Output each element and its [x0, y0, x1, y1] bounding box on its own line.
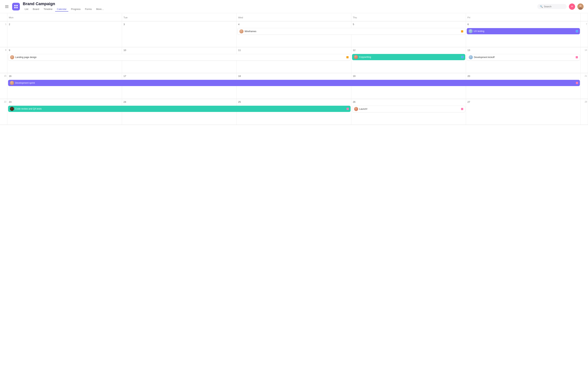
day-cell-13[interactable]: 13	[466, 47, 581, 73]
day-num-24: 24	[122, 100, 236, 104]
day-num-19: 19	[351, 75, 466, 79]
day-num-26: 26	[351, 100, 466, 104]
day-num-13: 13	[466, 49, 580, 53]
day-cell-23[interactable]: 23	[7, 99, 122, 125]
hamburger-button[interactable]	[4, 5, 9, 9]
app-container: Brand Campaign List Board Timeline Calen…	[0, 0, 588, 125]
day-cell-6[interactable]: 6	[466, 21, 581, 47]
week-num-3: 15	[0, 73, 7, 99]
tab-board[interactable]: Board	[31, 7, 41, 12]
week-2: 8 9 10 11 12 13 14	[0, 47, 588, 73]
day-cell-10[interactable]: 10	[122, 47, 237, 73]
search-icon: 🔍	[540, 5, 543, 8]
svg-rect-1	[16, 5, 18, 6]
week-num-1: 1	[0, 21, 7, 47]
calendar: Mon Tue Wed Thu Fri 1 2 3 4 5	[0, 13, 588, 125]
week-end-4: 28	[581, 99, 588, 125]
tab-calendar[interactable]: Calendar	[55, 7, 69, 12]
day-num-27: 27	[466, 100, 580, 104]
week-end-1: 7	[581, 21, 588, 47]
day-cell-26[interactable]: 26	[351, 99, 466, 125]
avatar	[577, 3, 584, 10]
day-cell-5[interactable]: 5	[351, 21, 466, 47]
day-cell-9[interactable]: 9	[7, 47, 122, 73]
header-wed: Wed	[237, 13, 351, 21]
day-num-23: 23	[7, 100, 122, 104]
tab-more[interactable]: More…	[94, 7, 106, 12]
project-title: Brand Campaign	[23, 1, 534, 6]
day-cell-18[interactable]: 18	[237, 73, 351, 99]
search-box[interactable]: 🔍	[537, 4, 567, 9]
tab-progress[interactable]: Progress	[69, 7, 82, 12]
week-end-3: 21	[581, 73, 588, 99]
day-cell-16[interactable]: 16	[7, 73, 122, 99]
week-num-2: 8	[0, 47, 7, 73]
search-input[interactable]	[544, 5, 564, 8]
day-num-12: 12	[351, 49, 466, 53]
header-fri: Fri	[466, 13, 581, 21]
day-cell-25[interactable]: 25	[237, 99, 351, 125]
header-empty-left	[0, 13, 7, 21]
add-button[interactable]: +	[569, 3, 575, 10]
header-empty-right	[581, 13, 588, 21]
day-num-17: 17	[122, 75, 236, 79]
header-tue: Tue	[122, 13, 237, 21]
day-num-25: 25	[237, 100, 351, 104]
day-num-9: 9	[7, 49, 122, 53]
week-end-2: 14	[581, 47, 588, 73]
app-icon	[12, 3, 20, 10]
day-cell-2[interactable]: 2	[7, 21, 122, 47]
day-cell-4[interactable]: 4	[237, 21, 351, 47]
day-num-18: 18	[237, 75, 351, 79]
svg-point-5	[579, 5, 582, 7]
day-cell-27[interactable]: 27	[466, 99, 581, 125]
week-3: 15 16 17 18 19 20 21	[0, 73, 588, 99]
day-headers: Mon Tue Wed Thu Fri	[0, 13, 588, 21]
svg-rect-3	[16, 7, 18, 8]
day-num-11: 11	[237, 49, 351, 53]
tab-list[interactable]: List	[23, 7, 30, 12]
svg-rect-0	[14, 5, 16, 6]
day-num-4: 4	[237, 23, 351, 27]
day-cell-3[interactable]: 3	[122, 21, 237, 47]
day-cell-19[interactable]: 19	[351, 73, 466, 99]
day-cell-17[interactable]: 17	[122, 73, 237, 99]
day-num-2: 2	[7, 23, 122, 27]
svg-rect-2	[14, 7, 16, 8]
header-right: 🔍 +	[537, 3, 584, 10]
day-num-10: 10	[122, 49, 236, 53]
day-cell-12[interactable]: 12	[351, 47, 466, 73]
header-thu: Thu	[351, 13, 466, 21]
day-num-20: 20	[466, 75, 580, 79]
week-num-4: 22	[0, 99, 7, 125]
header: Brand Campaign List Board Timeline Calen…	[0, 0, 588, 13]
header-mon: Mon	[7, 13, 122, 21]
tab-timeline[interactable]: Timeline	[42, 7, 54, 12]
day-cell-24[interactable]: 24	[122, 99, 237, 125]
day-cell-20[interactable]: 20	[466, 73, 581, 99]
day-cell-11[interactable]: 11	[237, 47, 351, 73]
day-num-5: 5	[351, 23, 466, 27]
day-num-3: 3	[122, 23, 236, 27]
nav-tabs: List Board Timeline Calendar Progress Fo…	[23, 7, 534, 12]
day-num-16: 16	[7, 75, 122, 79]
title-nav: Brand Campaign List Board Timeline Calen…	[23, 1, 534, 12]
day-num-6: 6	[466, 23, 580, 27]
week-1: 1 2 3 4 5 6 7	[0, 21, 588, 47]
week-4: 22 23 24 25 26 27 28	[0, 99, 588, 125]
tab-forms[interactable]: Forms	[83, 7, 94, 12]
